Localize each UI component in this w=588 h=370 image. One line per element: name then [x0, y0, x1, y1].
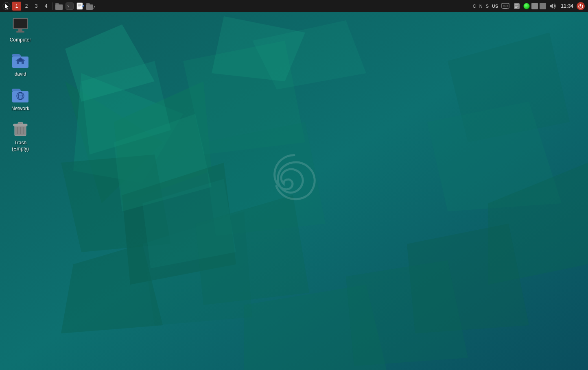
network-icon-label: Network — [11, 106, 29, 111]
file-manager-icon — [55, 2, 63, 10]
power-button[interactable] — [577, 2, 585, 10]
trash-label-line2: (Empty) — [12, 146, 29, 152]
workspace-1-button[interactable]: 1 — [12, 2, 21, 11]
svg-rect-55 — [503, 8, 507, 9]
editor-button[interactable] — [75, 1, 85, 11]
volume-svg — [549, 3, 556, 9]
taskbar-separator-1 — [52, 2, 52, 10]
trash-label-line1: Trash — [12, 140, 29, 146]
svg-marker-61 — [550, 4, 553, 9]
svg-rect-38 — [18, 122, 23, 124]
gray-indicator — [531, 3, 538, 9]
trash-icon-image — [11, 119, 30, 138]
system-clock: 11:34 — [559, 3, 575, 9]
svg-text:CNS: CNS — [503, 5, 508, 7]
computer-icon-label: Computer — [10, 37, 31, 43]
terminal-button[interactable]: $_ — [65, 1, 74, 11]
terminal-icon: $_ — [66, 2, 74, 10]
svg-rect-25 — [18, 29, 22, 31]
network-icon-svg — [11, 85, 29, 103]
kbd-indicator-c: C — [472, 4, 477, 9]
workspace-4-button[interactable]: 4 — [42, 2, 50, 11]
editor-icon — [76, 2, 84, 10]
svg-text:/: / — [93, 5, 95, 9]
desktop-icon-trash[interactable]: Trash (Empty) — [4, 117, 37, 153]
workspace-2-button[interactable]: 2 — [22, 2, 31, 11]
network-icon-image — [11, 85, 30, 104]
file-manager-button[interactable] — [54, 1, 64, 11]
trash-icon-svg — [11, 120, 29, 137]
folder-slash-icon: / — [86, 2, 96, 10]
network-status-icon[interactable]: CNS — [501, 1, 510, 11]
svg-rect-26 — [16, 31, 24, 33]
gray-indicator-2 — [540, 3, 546, 9]
trash-icon-label: Trash (Empty) — [12, 140, 29, 152]
computer-icon-svg — [11, 17, 29, 35]
xfce-menu-button[interactable] — [2, 1, 11, 11]
home-icon-svg — [11, 51, 29, 69]
volume-icon[interactable] — [548, 1, 557, 11]
power-icon — [578, 4, 583, 9]
svg-rect-46 — [77, 3, 83, 9]
language-indicator[interactable]: US — [491, 4, 499, 9]
taskbar-left: 1 2 3 4 $_ — [2, 1, 472, 11]
home-icon-image — [11, 50, 30, 70]
svg-rect-50 — [86, 4, 93, 10]
kbd-indicator-s: S — [485, 4, 490, 9]
taskbar: 1 2 3 4 $_ — [0, 0, 588, 12]
folder-slash-button[interactable]: / — [86, 1, 96, 11]
network-status-svg: CNS — [501, 3, 509, 9]
workspace-3-button[interactable]: 3 — [32, 2, 41, 11]
kbd-indicator-n: N — [479, 4, 483, 9]
computer-icon-image — [11, 16, 30, 35]
desktop-icon-computer[interactable]: Computer — [4, 14, 37, 44]
svg-marker-16 — [346, 260, 468, 366]
svg-rect-30 — [12, 91, 28, 102]
desktop-icon-david[interactable]: david — [4, 48, 37, 78]
svg-rect-24 — [14, 19, 27, 28]
desktop-icons-area: Computer david — [4, 14, 37, 153]
xfce-logo-icon — [2, 2, 11, 10]
notification-icon[interactable] — [512, 1, 522, 11]
svg-rect-43 — [55, 4, 63, 10]
desktop-background — [0, 0, 588, 370]
green-indicator[interactable] — [523, 3, 530, 9]
desktop-icon-network[interactable]: Network — [4, 83, 37, 113]
svg-text:$_: $_ — [67, 4, 71, 8]
david-icon-label: david — [15, 71, 26, 77]
desktop: Computer david — [0, 0, 588, 370]
notification-svg — [514, 3, 520, 9]
taskbar-right: C N S US CNS — [472, 1, 586, 11]
